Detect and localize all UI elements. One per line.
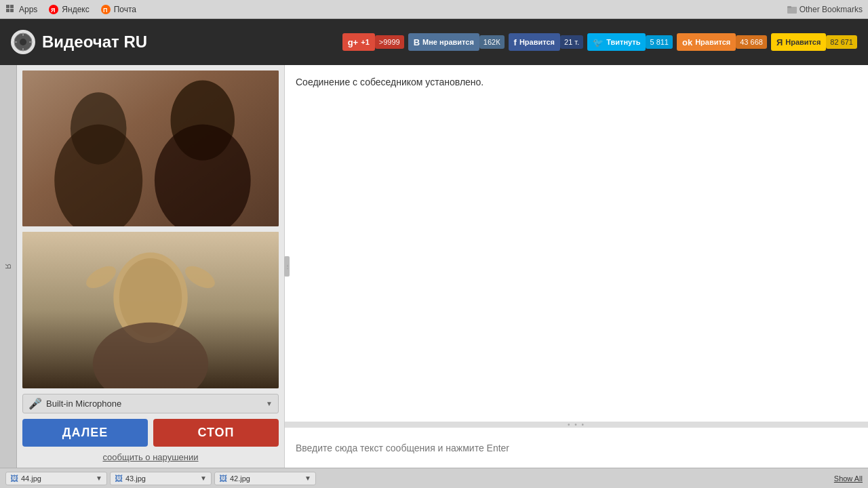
yandex-label: Яндекс <box>62 5 89 14</box>
apps-label: Apps <box>19 5 37 14</box>
local-video-feed <box>22 232 279 388</box>
chat-resize-handle[interactable]: • • • <box>285 422 868 427</box>
drag-dots: ⋮ <box>285 264 290 270</box>
fb-icon: f <box>514 37 517 47</box>
vk-icon: B <box>414 37 420 47</box>
file-icon-1: 🖼 <box>10 474 18 483</box>
mic-dropdown-icon: ▼ <box>266 400 273 407</box>
action-buttons: далее стоп <box>22 419 279 447</box>
chat-messages: Соединение с собеседником установлено. <box>285 65 868 422</box>
taskbar-dropdown-3[interactable]: ▼ <box>304 474 311 482</box>
remote-video-svg <box>22 70 279 226</box>
taskbar-file-1-label: 44.jpg <box>21 474 41 483</box>
ok-button[interactable]: ok Нравится <box>677 33 736 51</box>
vk-button[interactable]: B Мне нравится <box>408 33 479 51</box>
taskbar: 🖼 44.jpg ▼ 🖼 43.jpg ▼ 🖼 42.jpg ▼ Show Al… <box>0 468 868 488</box>
site-logo[interactable]: Видеочат RU <box>11 30 147 54</box>
browser-apps-button[interactable]: Apps <box>5 4 37 15</box>
svg-rect-0 <box>6 5 9 8</box>
chat-status-message: Соединение с собеседником установлено. <box>296 77 484 87</box>
gplus-label: +1 <box>361 38 370 46</box>
main-content: ⋮ 🎤 Built-in Microphone ▼ далее стоп соо… <box>17 65 868 468</box>
fb-label: Нравится <box>519 38 555 46</box>
file-icon-3: 🖼 <box>219 474 227 483</box>
ya-count: 82 671 <box>826 35 857 49</box>
twitter-group: 🐦 Твитнуть 5 811 <box>587 33 673 51</box>
taskbar-dropdown-1[interactable]: ▼ <box>96 474 102 482</box>
chat-input-area <box>285 427 868 468</box>
bookmarks-label: Other Bookmarks <box>800 5 863 14</box>
yandex-icon: Я <box>48 4 59 15</box>
fb-group: f Нравится 21 т. <box>509 33 584 51</box>
file-icon-2: 🖼 <box>115 474 123 483</box>
microphone-selector: 🎤 Built-in Microphone ▼ <box>22 394 279 413</box>
resize-handle[interactable]: ⋮ <box>284 256 290 277</box>
twitter-count: 5 811 <box>646 35 673 49</box>
svg-rect-1 <box>10 5 14 8</box>
next-button[interactable]: далее <box>22 419 148 447</box>
mail-icon: П <box>100 4 111 15</box>
svg-text:П: П <box>103 7 107 14</box>
stop-button[interactable]: стоп <box>153 419 279 447</box>
svg-rect-3 <box>10 9 14 12</box>
taskbar-file-3-label: 42.jpg <box>230 474 250 483</box>
yandex-button[interactable]: Я Яндекс <box>48 4 89 15</box>
twitter-icon: 🐦 <box>593 37 604 47</box>
vk-group: B Мне нравится 162К <box>408 33 505 51</box>
taskbar-file-3[interactable]: 🖼 42.jpg ▼ <box>214 472 316 485</box>
ya-button[interactable]: Я Нравится <box>771 33 826 51</box>
left-panel: ⋮ 🎤 Built-in Microphone ▼ далее стоп соо… <box>17 65 285 468</box>
ok-label: Нравится <box>695 38 730 46</box>
ya-icon: Я <box>776 37 783 47</box>
ok-icon: ok <box>682 37 692 47</box>
main-wrapper: Я <box>0 65 868 468</box>
ya-label: Нравится <box>785 38 821 46</box>
vk-count: 162К <box>479 35 505 49</box>
bookmarks-button[interactable]: Other Bookmarks <box>787 5 863 14</box>
show-all-button[interactable]: Show All <box>834 474 863 483</box>
social-buttons: g+ +1 >9999 B Мне нравится 162К f Нравит… <box>342 33 857 51</box>
taskbar-file-2-label: 43.jpg <box>125 474 146 483</box>
site-name: Видеочат RU <box>42 33 147 52</box>
fb-count: 21 т. <box>560 35 583 49</box>
vk-label: Мне нравится <box>422 38 474 46</box>
svg-rect-9 <box>787 6 791 8</box>
mail-button[interactable]: П Почта <box>100 4 136 15</box>
local-video-svg <box>22 232 279 388</box>
apps-grid-icon <box>5 4 16 15</box>
folder-icon <box>787 5 797 14</box>
taskbar-file-1[interactable]: 🖼 44.jpg ▼ <box>5 472 107 485</box>
fb-button[interactable]: f Нравится <box>509 33 560 51</box>
remote-video-feed <box>22 70 279 226</box>
logo-svg <box>14 33 33 52</box>
svg-rect-2 <box>6 9 9 12</box>
svg-point-11 <box>20 39 26 45</box>
taskbar-file-2[interactable]: 🖼 43.jpg ▼ <box>110 472 212 485</box>
left-sidebar-strip: Я <box>0 65 17 468</box>
logo-icon <box>11 30 35 54</box>
microphone-icon: 🎤 <box>28 397 42 410</box>
right-panel: Соединение с собеседником установлено. •… <box>285 65 868 468</box>
ok-count: 43 668 <box>736 35 767 49</box>
twitter-button[interactable]: 🐦 Твитнуть <box>587 33 646 51</box>
ok-group: ok Нравится 43 668 <box>677 33 767 51</box>
gplus-count: >9999 <box>375 35 404 49</box>
twitter-label: Твитнуть <box>606 38 640 46</box>
browser-bar: Apps Я Яндекс П Почта Other Bookmarks <box>0 0 868 19</box>
site-header: Видеочат RU g+ +1 >9999 B Мне нравится 1… <box>0 19 868 65</box>
microphone-select[interactable]: Built-in Microphone <box>46 399 262 409</box>
gplus-button[interactable]: g+ +1 <box>342 33 375 51</box>
chat-input[interactable] <box>296 443 857 453</box>
gplus-icon: g+ <box>348 37 359 47</box>
svg-text:Я: Я <box>51 7 55 14</box>
taskbar-dropdown-2[interactable]: ▼ <box>200 474 207 482</box>
local-video <box>22 232 279 388</box>
report-link[interactable]: сообщить о нарушении <box>22 452 279 462</box>
sidebar-letter: Я <box>4 264 12 269</box>
mail-label: Почта <box>114 5 136 14</box>
gplus-group: g+ +1 >9999 <box>342 33 404 51</box>
remote-video <box>22 70 279 226</box>
ya-group: Я Нравится 82 671 <box>771 33 857 51</box>
